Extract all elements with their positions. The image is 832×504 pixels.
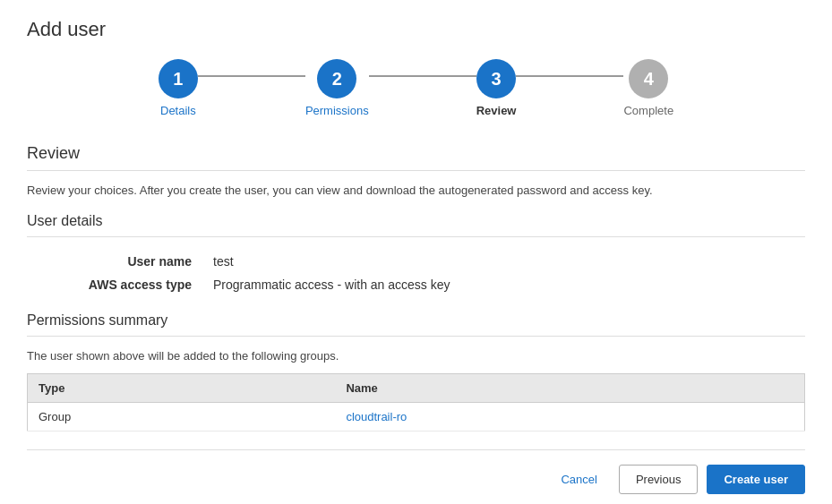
review-divider	[27, 170, 805, 171]
connector-2-3	[369, 75, 476, 77]
footer-actions: Cancel Previous Create user	[27, 465, 805, 494]
step-2-label: Permissions	[305, 104, 369, 117]
previous-button[interactable]: Previous	[619, 465, 699, 494]
step-4-label: Complete	[623, 104, 673, 117]
field-label-access-type: AWS access type	[27, 273, 206, 296]
field-label-username: User name	[27, 250, 206, 273]
page-title: Add user	[27, 18, 805, 41]
table-row: User name test	[27, 250, 805, 273]
col-header-name: Name	[335, 374, 804, 403]
table-header-row: Type Name	[28, 374, 805, 403]
step-4: 4 Complete	[623, 59, 673, 117]
page-container: Add user 1 Details 2 Permissions 3 Revie…	[0, 0, 832, 504]
step-2-circle: 2	[317, 59, 356, 98]
table-row: AWS access type Programmatic access - wi…	[27, 273, 805, 296]
group-link[interactable]: cloudtrail-ro	[346, 410, 407, 423]
user-details-title: User details	[27, 213, 805, 229]
step-3-circle: 3	[476, 59, 516, 98]
permissions-summary-title: Permissions summary	[27, 312, 805, 329]
user-details-table: User name test AWS access type Programma…	[27, 250, 805, 296]
permissions-description: The user shown above will be added to th…	[27, 349, 805, 363]
step-4-circle: 4	[629, 59, 668, 98]
user-details-divider	[27, 236, 805, 237]
field-value-access-type: Programmatic access - with an access key	[206, 273, 805, 296]
step-2: 2 Permissions	[305, 59, 369, 117]
step-1-circle: 1	[159, 59, 198, 98]
review-section-title: Review	[27, 144, 805, 163]
create-user-button[interactable]: Create user	[707, 465, 805, 494]
step-1: 1 Details	[159, 59, 198, 117]
step-3-label: Review	[476, 104, 517, 117]
field-value-username: test	[206, 250, 805, 273]
cancel-button[interactable]: Cancel	[548, 466, 609, 493]
step-3: 3 Review	[476, 59, 517, 117]
row-name: cloudtrail-ro	[335, 403, 804, 431]
permissions-summary-divider	[27, 336, 805, 337]
table-row: Group cloudtrail-ro	[28, 403, 805, 431]
stepper: 1 Details 2 Permissions 3 Review 4 Co	[27, 59, 805, 117]
connector-1-2	[198, 75, 305, 77]
connector-3-4	[516, 75, 623, 77]
col-header-type: Type	[28, 374, 336, 403]
footer-divider	[27, 449, 805, 450]
permissions-table: Type Name Group cloudtrail-ro	[27, 373, 805, 431]
review-description: Review your choices. After you create th…	[27, 184, 805, 197]
step-1-label: Details	[160, 104, 196, 117]
row-type: Group	[28, 403, 336, 431]
